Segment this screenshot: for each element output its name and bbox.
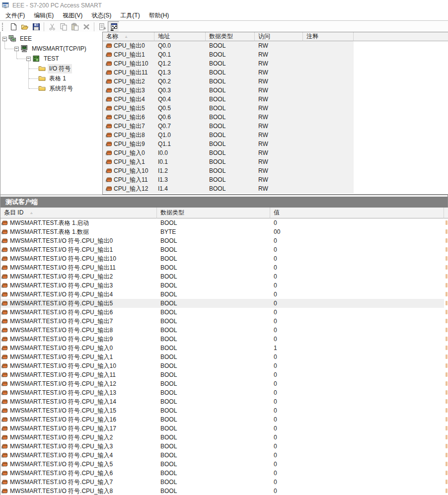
table-row[interactable]: CPU_输入1I0.1BOOLRW bbox=[103, 157, 354, 166]
test-client-row[interactable]: MWSMART.TEST.I/O 符号.CPU_输入1BOOL0 bbox=[0, 353, 448, 361]
menu-edit[interactable]: 编辑(E) bbox=[29, 10, 58, 21]
export-button[interactable] bbox=[96, 21, 108, 32]
test-client-row[interactable]: MWSMART.TEST.I/O 符号.CPU_输入14BOOL0 bbox=[0, 397, 448, 406]
column-header-value[interactable]: 值 bbox=[270, 208, 444, 218]
symbol-table-rows: CPU_输出0Q0.0BOOLRWCPU_输出1Q0.1BOOLRWCPU_输出… bbox=[103, 41, 448, 193]
table-row[interactable]: CPU_输出11Q1.3BOOLRW bbox=[103, 68, 354, 77]
cell-name: CPU_输出9 bbox=[103, 140, 154, 148]
test-client-row[interactable]: MWSMART.TEST.I/O 符号.CPU_输入15BOOL0 bbox=[0, 406, 448, 415]
tree-node-mwsmart[interactable]: −MWSMART(TCP/IP) bbox=[0, 44, 102, 54]
test-client-row[interactable]: MWSMART.TEST.I/O 符号.CPU_输出0BOOL0 bbox=[0, 236, 448, 245]
paste-button[interactable] bbox=[69, 21, 80, 32]
table-row[interactable]: CPU_输出7Q0.7BOOLRW bbox=[103, 122, 354, 131]
table-row[interactable]: CPU_输出5Q0.5BOOLRW bbox=[103, 104, 354, 113]
table-row[interactable]: CPU_输出8Q1.0BOOLRW bbox=[103, 131, 354, 140]
column-header-type[interactable]: 数据类型 bbox=[206, 32, 255, 41]
symbol-type: BOOL bbox=[209, 176, 225, 183]
item-value: 0 bbox=[274, 470, 277, 477]
cell-type: BOOL bbox=[157, 326, 270, 335]
tree-node-table-1[interactable]: 表格 1 bbox=[0, 73, 102, 83]
cell-type: BOOL bbox=[157, 370, 270, 379]
column-header-name[interactable]: 名称▵ bbox=[103, 32, 154, 41]
test-client-row[interactable]: MWSMART.TEST.I/O 符号.CPU_输入12BOOL0 bbox=[0, 379, 448, 388]
tree-node-system-symbols[interactable]: 系统符号 bbox=[0, 83, 102, 93]
test-client-row[interactable]: MWSMART.TEST.I/O 符号.CPU_输出2BOOL0 bbox=[0, 272, 448, 281]
menu-help[interactable]: 帮助(H) bbox=[145, 10, 174, 21]
test-client-caption[interactable]: 测试客户端 bbox=[0, 197, 448, 208]
test-client-row[interactable]: MWSMART.TEST.I/O 符号.CPU_输入0BOOL1 bbox=[0, 344, 448, 353]
test-client-row[interactable]: MWSMART.TEST.I/O 符号.CPU_输出9BOOL0 bbox=[0, 335, 448, 344]
test-client-row[interactable]: MWSMART.TEST.I/O 符号.CPU_输入5BOOL0 bbox=[0, 460, 448, 469]
test-client-row[interactable]: MWSMART.TEST.I/O 符号.CPU_输入16BOOL0 bbox=[0, 415, 448, 424]
column-header-item-id[interactable]: 条目 ID▵ bbox=[0, 208, 157, 218]
toolbar-grip-icon[interactable] bbox=[2, 23, 5, 31]
table-row[interactable]: CPU_输出3Q0.3BOOLRW bbox=[103, 86, 354, 95]
table-row[interactable]: CPU_输出2Q0.2BOOLRW bbox=[103, 77, 354, 86]
server-icon bbox=[20, 45, 28, 53]
tag-icon bbox=[1, 381, 8, 387]
item-id: MWSMART.TEST.表格 1.启动 bbox=[10, 219, 89, 227]
collapse-icon[interactable]: − bbox=[14, 47, 19, 51]
table-row[interactable]: CPU_输入0I0.0BOOLRW bbox=[103, 148, 354, 157]
copy-button[interactable] bbox=[58, 21, 69, 32]
clipped-column-cell bbox=[444, 406, 448, 415]
table-row[interactable]: CPU_输出10Q1.2BOOLRW bbox=[103, 59, 354, 68]
delete-button[interactable] bbox=[80, 21, 92, 32]
menu-tools[interactable]: 工具(T) bbox=[116, 10, 144, 21]
symbol-address: Q1.0 bbox=[158, 132, 171, 139]
test-client-row[interactable]: MWSMART.TEST.表格 1.启动BOOL0 bbox=[0, 218, 448, 227]
tree-node-io-symbols[interactable]: I/O 符号 bbox=[0, 64, 102, 73]
table-row[interactable]: CPU_输出1Q0.1BOOLRW bbox=[103, 50, 354, 59]
test-client-row[interactable]: MWSMART.TEST.I/O 符号.CPU_输出1BOOL0 bbox=[0, 245, 448, 254]
table-row[interactable]: CPU_输入10I1.2BOOLRW bbox=[103, 166, 354, 175]
symbol-address: I1.4 bbox=[158, 185, 168, 192]
test-client-row[interactable]: MWSMART.TEST.I/O 符号.CPU_输入11BOOL0 bbox=[0, 370, 448, 379]
test-client-row[interactable]: MWSMART.TEST.I/O 符号.CPU_输出3BOOL0 bbox=[0, 281, 448, 290]
test-client-row[interactable]: MWSMART.TEST.I/O 符号.CPU_输入3BOOL0 bbox=[0, 442, 448, 451]
column-header-filler[interactable] bbox=[354, 32, 448, 41]
menu-status[interactable]: 状态(S) bbox=[87, 10, 116, 21]
test-client-row[interactable]: MWSMART.TEST.I/O 符号.CPU_输出4BOOL0 bbox=[0, 290, 448, 299]
cell-item-id: MWSMART.TEST.I/O 符号.CPU_输入15 bbox=[0, 406, 157, 415]
column-header-address[interactable]: 地址 bbox=[154, 32, 206, 41]
test-client-row[interactable]: MWSMART.TEST.I/O 符号.CPU_输出11BOOL0 bbox=[0, 263, 448, 272]
menu-view[interactable]: 视图(V) bbox=[58, 10, 87, 21]
test-client-row[interactable]: MWSMART.TEST.I/O 符号.CPU_输出6BOOL0 bbox=[0, 308, 448, 317]
cell-access: RW bbox=[255, 59, 303, 68]
test-client-row[interactable]: MWSMART.TEST.I/O 符号.CPU_输出7BOOL0 bbox=[0, 317, 448, 326]
test-client-row[interactable]: MWSMART.TEST.I/O 符号.CPU_输入8BOOL0 bbox=[0, 487, 448, 495]
table-row[interactable]: CPU_输出9Q1.1BOOLRW bbox=[103, 140, 354, 148]
collapse-icon[interactable]: − bbox=[26, 57, 31, 61]
cut-button[interactable] bbox=[46, 21, 58, 32]
table-row[interactable]: CPU_输出6Q0.6BOOLRW bbox=[103, 113, 354, 122]
test-client-row[interactable]: MWSMART.TEST.I/O 符号.CPU_输入2BOOL0 bbox=[0, 433, 448, 442]
column-header-access[interactable]: 访问 bbox=[255, 32, 303, 41]
test-client-row[interactable]: MWSMART.TEST.I/O 符号.CPU_输入17BOOL0 bbox=[0, 424, 448, 433]
test-client-row[interactable]: MWSMART.TEST.I/O 符号.CPU_输入6BOOL0 bbox=[0, 469, 448, 478]
collapse-icon[interactable]: − bbox=[2, 37, 7, 41]
new-button[interactable] bbox=[7, 21, 19, 32]
table-row[interactable]: CPU_输入11I1.3BOOLRW bbox=[103, 175, 354, 184]
tree-node-eee[interactable]: −EEE bbox=[0, 34, 102, 44]
table-row[interactable]: CPU_输入12I1.4BOOLRW bbox=[103, 184, 354, 193]
cell-type: BOOL bbox=[157, 218, 270, 227]
test-client-row[interactable]: MWSMART.TEST.I/O 符号.CPU_输入10BOOL0 bbox=[0, 361, 448, 370]
column-header-comment[interactable]: 注释 bbox=[303, 32, 354, 41]
tree-node-test[interactable]: −TEST bbox=[0, 54, 102, 64]
test-client-button[interactable] bbox=[108, 21, 119, 32]
table-row[interactable]: CPU_输出4Q0.4BOOLRW bbox=[103, 95, 354, 104]
test-client-row[interactable]: MWSMART.TEST.I/O 符号.CPU_输入13BOOL0 bbox=[0, 388, 448, 397]
column-header-type[interactable]: 数据类型 bbox=[157, 208, 270, 218]
test-client-row[interactable]: MWSMART.TEST.I/O 符号.CPU_输出8BOOL0 bbox=[0, 326, 448, 335]
column-header-clipped[interactable] bbox=[444, 208, 448, 218]
open-button[interactable] bbox=[19, 21, 30, 32]
test-client-row[interactable]: MWSMART.TEST.I/O 符号.CPU_输出5BOOL0 bbox=[0, 299, 448, 308]
test-client-row[interactable]: MWSMART.TEST.表格 1.数据BYTE00 bbox=[0, 227, 448, 236]
test-client-row[interactable]: MWSMART.TEST.I/O 符号.CPU_输入4BOOL0 bbox=[0, 451, 448, 460]
test-client-row[interactable]: MWSMART.TEST.I/O 符号.CPU_输出10BOOL0 bbox=[0, 254, 448, 263]
cell-type: BOOL bbox=[157, 478, 270, 487]
menu-file[interactable]: 文件(F) bbox=[1, 10, 29, 21]
test-client-row[interactable]: MWSMART.TEST.I/O 符号.CPU_输入7BOOL0 bbox=[0, 478, 448, 487]
save-button[interactable] bbox=[30, 21, 42, 32]
table-row[interactable]: CPU_输出0Q0.0BOOLRW bbox=[103, 41, 354, 50]
